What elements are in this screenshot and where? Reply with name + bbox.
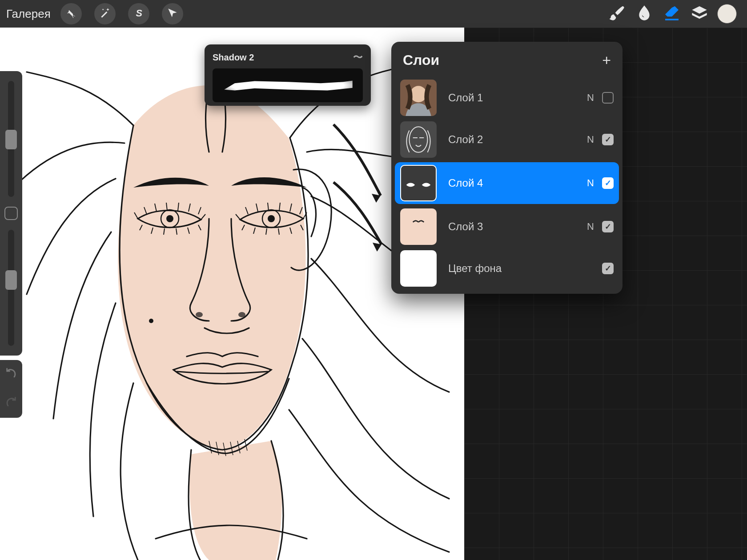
opacity-thumb[interactable] — [5, 270, 17, 290]
layers-tool[interactable] — [686, 0, 713, 28]
svg-point-2 — [166, 215, 173, 222]
brush-name-label: Shadow 2 — [213, 52, 254, 63]
layer-thumbnail — [400, 80, 437, 116]
layer-name-label: Цвет фона — [448, 262, 594, 275]
layer-row[interactable]: Слой 2 N — [391, 119, 622, 160]
gallery-button[interactable]: Галерея — [6, 7, 51, 21]
smudge-icon — [635, 4, 653, 24]
layer-blend-label[interactable]: N — [587, 221, 594, 232]
svg-point-7 — [149, 319, 153, 323]
redo-icon — [5, 403, 17, 410]
svg-point-10 — [410, 127, 428, 152]
layer-thumbnail — [400, 208, 437, 245]
brush-preview-popup[interactable]: Shadow 2 〜 — [205, 44, 371, 106]
move-icon — [167, 7, 178, 20]
select-icon: S — [133, 7, 145, 20]
svg-point-5 — [196, 312, 203, 317]
brush-size-slider[interactable] — [8, 81, 14, 197]
svg-point-9 — [410, 86, 427, 102]
eraser-tool[interactable] — [658, 0, 686, 28]
smudge-tool[interactable] — [631, 0, 658, 28]
svg-text:S: S — [136, 8, 142, 19]
brush-stroke-icon: 〜 — [353, 51, 363, 64]
left-sidebar — [0, 71, 22, 356]
redo-button[interactable] — [5, 396, 17, 411]
top-toolbar: Галерея S — [0, 0, 747, 28]
layer-blend-label[interactable]: N — [587, 92, 594, 104]
layer-visibility-checkbox[interactable] — [602, 263, 614, 274]
actions-button[interactable] — [60, 3, 82, 24]
svg-point-6 — [238, 312, 245, 317]
layer-row[interactable]: Слой 1 N — [391, 77, 622, 119]
brush-stroke-preview — [213, 68, 363, 102]
undo-icon — [5, 374, 17, 381]
opacity-slider[interactable] — [8, 230, 14, 346]
layer-blend-label[interactable]: N — [587, 177, 594, 189]
layer-visibility-checkbox[interactable] — [602, 92, 614, 104]
brush-icon — [608, 4, 626, 24]
layer-thumbnail — [400, 121, 437, 158]
layer-name-label: Слой 4 — [448, 177, 587, 189]
layer-thumbnail — [400, 165, 437, 201]
layer-visibility-checkbox[interactable] — [602, 221, 614, 232]
layer-visibility-checkbox[interactable] — [602, 134, 614, 145]
add-layer-button[interactable]: + — [602, 52, 611, 69]
annotation-arrow — [329, 178, 391, 260]
layer-visibility-checkbox[interactable] — [602, 177, 614, 189]
layers-panel: Слои + Слой 1 N Слой 2 N Слой 4 N Слой 3 — [391, 42, 622, 294]
undo-redo-rail — [0, 360, 22, 418]
undo-button[interactable] — [5, 368, 17, 382]
layer-name-label: Слой 1 — [448, 92, 587, 104]
layer-row-background[interactable]: Цвет фона — [391, 248, 622, 289]
layer-name-label: Слой 2 — [448, 133, 587, 146]
layer-row[interactable]: Слой 4 N — [395, 162, 619, 204]
color-picker[interactable] — [713, 0, 741, 28]
modifier-button[interactable] — [4, 207, 18, 220]
transform-button[interactable] — [162, 3, 183, 24]
layers-panel-title: Слои — [403, 52, 439, 68]
svg-point-4 — [268, 215, 275, 222]
layer-thumbnail — [400, 250, 437, 287]
brush-size-thumb[interactable] — [5, 130, 17, 149]
eraser-icon — [663, 4, 681, 24]
layer-blend-label[interactable]: N — [587, 134, 594, 145]
selection-button[interactable]: S — [128, 3, 149, 24]
wrench-icon — [65, 7, 77, 20]
brush-tool[interactable] — [603, 0, 631, 28]
adjustments-button[interactable] — [94, 3, 116, 24]
layer-name-label: Слой 3 — [448, 220, 587, 233]
wand-icon — [99, 7, 111, 20]
color-swatch-icon — [717, 4, 737, 24]
layers-icon — [691, 4, 708, 24]
layer-row[interactable]: Слой 3 N — [391, 206, 622, 248]
